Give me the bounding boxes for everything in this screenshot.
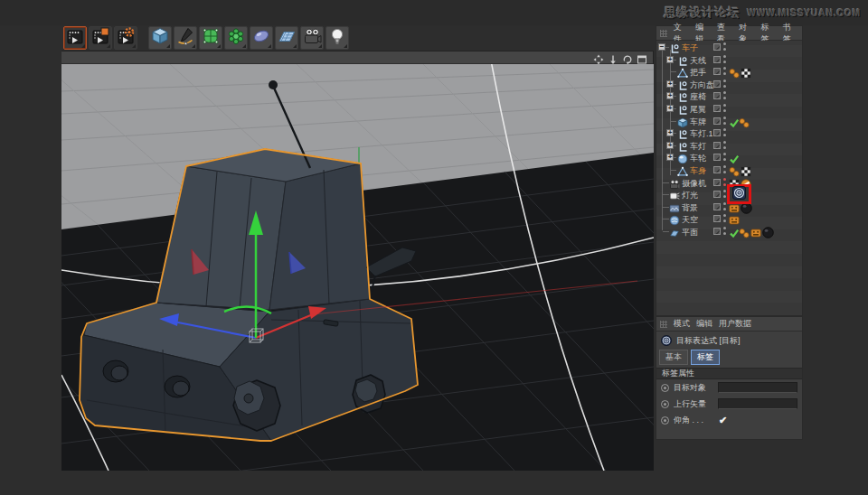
expander-plus[interactable]: + (666, 154, 674, 161)
layer-swatch[interactable] (713, 215, 721, 222)
layer-swatch[interactable] (713, 56, 721, 63)
visibility-dots[interactable] (723, 79, 726, 89)
tree-row-4[interactable]: +座椅 (656, 89, 802, 102)
perspective-viewport[interactable] (61, 51, 654, 470)
tree-row-0[interactable]: −车子 (656, 41, 802, 53)
visibility-dots[interactable] (723, 190, 726, 199)
tree-row-8[interactable]: +车灯 (656, 139, 802, 152)
compositing-tag-icon[interactable] (750, 226, 761, 237)
tree-row-15[interactable]: 平面 (656, 225, 802, 238)
titlebar: 思缘设计论坛 WWW.MISSYUAN.COM (0, 0, 868, 25)
tree-row-14[interactable]: 天空 (656, 212, 802, 225)
object-name[interactable]: 平面 (682, 227, 698, 238)
layer-swatch[interactable] (713, 142, 721, 149)
tree-row-12[interactable]: 灯光 (656, 188, 802, 201)
expander-plus[interactable]: + (666, 56, 674, 63)
visibility-dots[interactable] (723, 67, 726, 76)
am-menu-0[interactable]: 模式 (674, 318, 690, 330)
tree-row-9[interactable]: +车轮 (656, 151, 802, 163)
tree-row-1[interactable]: +天线 (656, 53, 802, 66)
field-input[interactable] (718, 382, 797, 393)
attribute-tab-0[interactable]: 基本 (659, 350, 688, 365)
visibility-dots[interactable] (723, 104, 726, 113)
layer-swatch[interactable] (713, 105, 721, 112)
rotate-icon[interactable] (622, 52, 633, 63)
visibility-dots[interactable] (723, 165, 726, 174)
visibility-dots[interactable] (723, 128, 726, 137)
maximize-view-icon[interactable] (637, 52, 647, 63)
material-tag-icon[interactable] (762, 226, 773, 237)
render-picture-viewer-button[interactable] (89, 26, 112, 50)
expander-plus[interactable]: + (666, 129, 674, 136)
visibility-dots[interactable] (723, 178, 726, 187)
balls-tag-icon[interactable] (729, 164, 740, 175)
tree-row-6[interactable]: 车牌 (656, 115, 802, 127)
visibility-dots[interactable] (723, 141, 726, 150)
null-object-icon (677, 140, 688, 151)
visibility-dots[interactable] (723, 91, 726, 100)
layer-swatch[interactable] (713, 80, 721, 88)
layer-swatch[interactable] (713, 179, 721, 186)
tree-row-2[interactable]: 把手 (656, 65, 802, 78)
visibility-dots[interactable] (723, 202, 726, 211)
uvw-tag-icon[interactable] (741, 66, 751, 77)
metaball-button[interactable] (250, 26, 273, 50)
add-cube-button[interactable] (148, 26, 172, 50)
parameter-circle-icon[interactable] (661, 384, 669, 392)
visibility-dots[interactable] (723, 214, 726, 223)
subdivision-surface-button[interactable] (199, 26, 222, 50)
tree-row-5[interactable]: +尾翼 (656, 102, 802, 115)
balls-tag-icon[interactable] (739, 116, 750, 126)
pan-icon[interactable] (593, 52, 604, 63)
visibility-dots[interactable] (723, 42, 726, 51)
dolly-icon[interactable] (608, 52, 618, 63)
visibility-dots[interactable] (723, 117, 726, 126)
layer-swatch[interactable] (713, 191, 721, 198)
floor-button[interactable] (275, 26, 298, 50)
enabled-check-icon[interactable] (729, 152, 740, 163)
render-view-button[interactable] (63, 26, 87, 50)
am-menu-2[interactable]: 用户数据 (719, 318, 751, 330)
object-tree[interactable]: −车子+天线把手+方向盘+座椅+尾翼车牌+车灯.1+车灯+车轮车身摄像机灯光背景… (656, 41, 802, 315)
layer-swatch[interactable] (713, 43, 721, 51)
expander-minus[interactable]: − (658, 43, 665, 51)
layer-swatch[interactable] (713, 129, 721, 136)
freehand-spline-button[interactable] (174, 26, 197, 50)
layer-swatch[interactable] (713, 68, 721, 75)
front-wheel (233, 380, 280, 431)
visibility-dots[interactable] (723, 55, 726, 64)
am-menu-1[interactable]: 编辑 (696, 318, 712, 330)
panel-drag-handle-icon[interactable] (660, 30, 667, 37)
balls-tag-icon[interactable] (729, 66, 740, 77)
balls-tag-icon[interactable] (739, 226, 750, 237)
visibility-dots[interactable] (723, 227, 726, 236)
expander-plus[interactable]: + (666, 105, 674, 112)
tree-row-7[interactable]: +车灯.1 (656, 126, 802, 139)
layer-swatch[interactable] (713, 154, 721, 161)
field-input[interactable] (718, 398, 797, 409)
expander-plus[interactable]: + (666, 92, 674, 99)
render-settings-button[interactable] (114, 26, 137, 50)
attribute-tab-1[interactable]: 标签 (691, 350, 720, 365)
modeling-generator-button[interactable] (224, 26, 248, 50)
visibility-dots[interactable] (723, 153, 726, 162)
expander-plus[interactable]: + (666, 142, 674, 149)
parameter-circle-icon[interactable] (661, 416, 669, 425)
panel-drag-handle-icon[interactable] (660, 321, 667, 328)
field-checkbox[interactable]: ✔ (718, 416, 728, 425)
compositing-tag-icon[interactable] (729, 213, 740, 224)
expander-plus[interactable]: + (666, 80, 674, 88)
layer-swatch[interactable] (713, 203, 721, 210)
target-tag-icon[interactable] (732, 186, 746, 203)
uvw-tag-icon[interactable] (741, 164, 751, 175)
viewport-scene[interactable] (61, 64, 654, 471)
layer-swatch[interactable] (713, 92, 721, 99)
layer-swatch[interactable] (713, 228, 721, 235)
tree-row-10[interactable]: 车身 (656, 163, 802, 176)
parameter-circle-icon[interactable] (661, 400, 669, 408)
layer-swatch[interactable] (713, 166, 721, 173)
tree-row-3[interactable]: +方向盘 (656, 78, 802, 90)
layer-swatch[interactable] (713, 117, 721, 125)
camera-button[interactable] (300, 26, 324, 50)
light-button[interactable] (326, 26, 349, 50)
